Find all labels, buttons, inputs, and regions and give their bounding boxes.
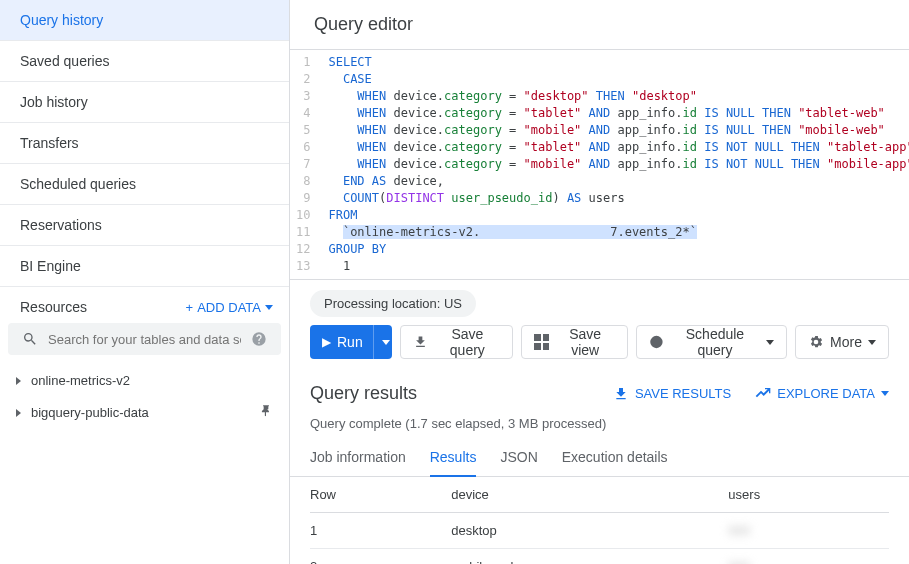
search-row[interactable]: [8, 323, 281, 355]
run-button[interactable]: ▶ Run: [310, 325, 392, 359]
results-tab[interactable]: JSON: [500, 439, 537, 476]
results-tab[interactable]: Execution details: [562, 439, 668, 476]
more-button[interactable]: More: [795, 325, 889, 359]
column-header: device: [451, 477, 728, 513]
clock-icon: [649, 334, 664, 350]
main: Query editor 12345678910111213 SELECT CA…: [290, 0, 909, 564]
dataset-tree-item[interactable]: bigquery-public-data: [8, 396, 281, 429]
expand-arrow-icon[interactable]: [16, 409, 21, 417]
expand-arrow-icon[interactable]: [16, 377, 21, 385]
table-cell: 1: [310, 513, 451, 549]
column-header: users: [728, 477, 889, 513]
sidebar: Query historySaved queriesJob historyTra…: [0, 0, 290, 564]
table-row: 1desktop000: [310, 513, 889, 549]
gear-icon: [808, 334, 824, 350]
save-results-button[interactable]: SAVE RESULTS: [613, 386, 731, 402]
run-dropdown[interactable]: [373, 325, 393, 359]
plus-icon: +: [186, 300, 194, 315]
nav-item[interactable]: Reservations: [0, 205, 289, 246]
line-gutter: 12345678910111213: [290, 50, 320, 279]
table-cell: 000: [728, 549, 889, 565]
editor-title: Query editor: [290, 0, 909, 50]
play-icon: ▶: [310, 335, 335, 349]
results-tab[interactable]: Job information: [310, 439, 406, 476]
table-cell: mobile-web: [451, 549, 728, 565]
chart-icon: [755, 386, 771, 402]
query-status: Query complete (1.7 sec elapsed, 3 MB pr…: [290, 408, 909, 439]
dataset-tree-item[interactable]: online-metrics-v2: [8, 365, 281, 396]
pin-icon[interactable]: [259, 404, 273, 421]
dataset-label: bigquery-public-data: [31, 405, 149, 420]
dataset-tree: online-metrics-v2bigquery-public-data: [0, 355, 289, 439]
nav-item[interactable]: Transfers: [0, 123, 289, 164]
chevron-down-icon: [766, 340, 774, 345]
table-row: 2mobile-web000: [310, 549, 889, 565]
action-bar: Processing location: US ▶ Run Save query…: [290, 280, 909, 369]
schedule-query-button[interactable]: Schedule query: [636, 325, 787, 359]
code-area[interactable]: SELECT CASE WHEN device.category = "desk…: [320, 50, 909, 279]
results-header: Query results SAVE RESULTS EXPLORE DATA: [290, 369, 909, 408]
results-title: Query results: [310, 383, 417, 404]
resources-header: Resources + ADD DATA: [0, 287, 289, 323]
results-table: Rowdeviceusers 1desktop0002mobile-web000…: [310, 477, 889, 564]
chevron-down-icon: [382, 340, 390, 345]
code-editor[interactable]: 12345678910111213 SELECT CASE WHEN devic…: [290, 50, 909, 280]
grid-icon: [534, 334, 549, 350]
nav-item[interactable]: Saved queries: [0, 41, 289, 82]
save-view-button[interactable]: Save view: [521, 325, 628, 359]
add-data-button[interactable]: + ADD DATA: [186, 300, 273, 315]
search-icon: [22, 331, 38, 347]
processing-location-chip[interactable]: Processing location: US: [310, 290, 476, 317]
download-icon: [413, 334, 428, 350]
save-query-button[interactable]: Save query: [400, 325, 513, 359]
dataset-label: online-metrics-v2: [31, 373, 130, 388]
table-cell: 000: [728, 513, 889, 549]
chevron-down-icon: [868, 340, 876, 345]
table-cell: desktop: [451, 513, 728, 549]
explore-data-button[interactable]: EXPLORE DATA: [755, 386, 889, 402]
result-tabs: Job informationResultsJSONExecution deta…: [290, 439, 909, 477]
nav-item[interactable]: Job history: [0, 82, 289, 123]
search-input[interactable]: [48, 332, 241, 347]
nav-item[interactable]: Scheduled queries: [0, 164, 289, 205]
download-icon: [613, 386, 629, 402]
chevron-down-icon: [881, 391, 889, 396]
help-icon[interactable]: [251, 331, 267, 347]
results-tab[interactable]: Results: [430, 439, 477, 477]
chevron-down-icon: [265, 305, 273, 310]
table-cell: 2: [310, 549, 451, 565]
column-header: Row: [310, 477, 451, 513]
nav-item[interactable]: BI Engine: [0, 246, 289, 287]
nav-item[interactable]: Query history: [0, 0, 289, 41]
resources-label: Resources: [20, 299, 87, 315]
